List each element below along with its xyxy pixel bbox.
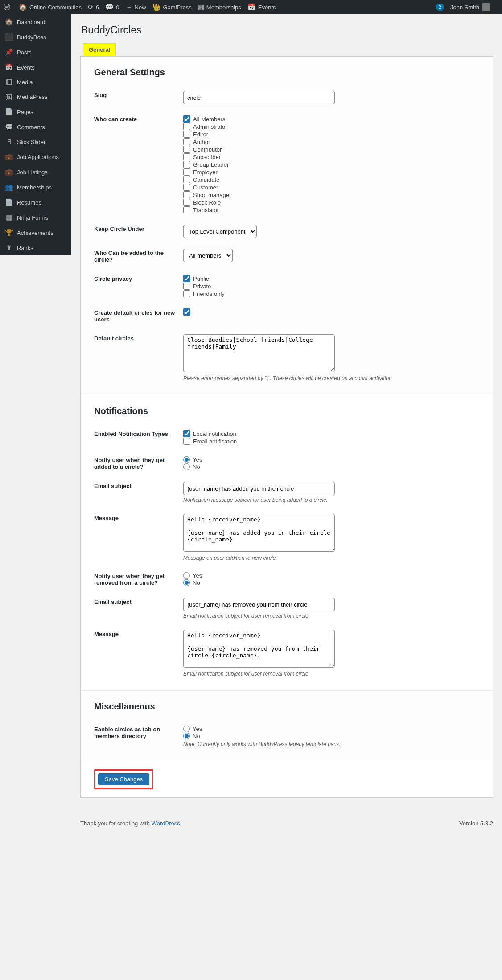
- role-checkbox[interactable]: [183, 206, 190, 213]
- keep-under-select[interactable]: Top Level Component: [183, 225, 257, 238]
- sidebar-item-job-applications[interactable]: 💼Job Applications: [0, 149, 71, 164]
- misc-tab-no[interactable]: [183, 733, 190, 739]
- tab-wrapper: General: [80, 43, 493, 56]
- notify-added-yes[interactable]: [183, 456, 190, 463]
- role-checkbox[interactable]: [183, 138, 190, 145]
- sidebar-item-resumes[interactable]: 📄Resumes: [0, 195, 71, 210]
- menu-label: Media: [17, 79, 33, 86]
- menu-label: Dashboard: [17, 19, 45, 25]
- menu-label: Events: [17, 64, 35, 71]
- message2-desc: Email notification subject for user remo…: [183, 671, 479, 677]
- role-checkbox[interactable]: [183, 115, 190, 123]
- menu-label: BuddyBoss: [17, 34, 46, 41]
- role-label: Candidate: [193, 176, 219, 183]
- privacy-label: Public: [193, 275, 209, 282]
- misc-heading: Miscellaneous: [94, 701, 479, 712]
- memberships-link[interactable]: ▦Memberships: [198, 3, 241, 11]
- menu-label: Comments: [17, 124, 45, 131]
- tab-general[interactable]: General: [83, 43, 116, 56]
- menu-label: MediaPress: [17, 94, 48, 100]
- privacy-checkbox[interactable]: [183, 290, 190, 297]
- sidebar-item-memberships[interactable]: 👥Memberships: [0, 180, 71, 195]
- gamipress-link[interactable]: 👑GamiPress: [152, 3, 192, 11]
- misc-tab-yes[interactable]: [183, 726, 190, 732]
- notif-type-label: Email notification: [193, 438, 237, 445]
- menu-icon: 🎚: [4, 138, 13, 146]
- subject1-input[interactable]: [183, 482, 335, 495]
- sidebar-item-comments[interactable]: 💬Comments: [0, 119, 71, 135]
- role-checkbox[interactable]: [183, 123, 190, 130]
- role-label: Shop manager: [193, 192, 231, 198]
- events-link[interactable]: 📅Events: [247, 3, 276, 11]
- menu-label: Pages: [17, 109, 33, 115]
- notify-removed-yes[interactable]: [183, 572, 190, 579]
- who-added-select[interactable]: All members: [183, 249, 233, 262]
- sidebar-item-pages[interactable]: 📄Pages: [0, 104, 71, 119]
- sidebar-item-ninja-forms[interactable]: ▦Ninja Forms: [0, 210, 71, 225]
- privacy-checkbox[interactable]: [183, 275, 190, 282]
- notif-type-checkbox[interactable]: [183, 438, 190, 445]
- sidebar-item-posts[interactable]: 📌Posts: [0, 45, 71, 60]
- menu-icon: 🖼: [4, 93, 13, 101]
- privacy-checkbox[interactable]: [183, 283, 190, 290]
- admin-menu: 🏠Dashboard⬛BuddyBoss📌Posts📅Events🎞Media🖼…: [0, 14, 71, 255]
- sidebar-item-media[interactable]: 🎞Media: [0, 75, 71, 90]
- sidebar-item-mediapress[interactable]: 🖼MediaPress: [0, 90, 71, 104]
- sidebar-item-buddyboss[interactable]: ⬛BuddyBoss: [0, 29, 71, 45]
- wp-logo[interactable]: ⓦ: [4, 3, 12, 12]
- slug-input[interactable]: [183, 91, 335, 104]
- role-checkbox[interactable]: [183, 161, 190, 168]
- updates-link[interactable]: ⟳6: [88, 3, 99, 11]
- role-label: Administrator: [193, 123, 227, 130]
- user-name: John Smith: [450, 4, 479, 11]
- role-checkbox[interactable]: [183, 153, 190, 160]
- new-link[interactable]: ＋New: [126, 3, 146, 12]
- notif-type-label: Local notification: [193, 431, 236, 437]
- subject2-label: Email subject: [94, 592, 183, 624]
- role-label: Translator: [193, 207, 219, 213]
- role-checkbox[interactable]: [183, 146, 190, 153]
- subject2-input[interactable]: [183, 598, 335, 611]
- notify-removed-no[interactable]: [183, 579, 190, 586]
- save-button[interactable]: Save Changes: [98, 773, 149, 785]
- role-checkbox[interactable]: [183, 168, 190, 176]
- notify-added-no[interactable]: [183, 463, 190, 470]
- notif-type-checkbox[interactable]: [183, 430, 190, 437]
- sidebar-item-dashboard[interactable]: 🏠Dashboard: [0, 14, 71, 29]
- sidebar-item-events[interactable]: 📅Events: [0, 60, 71, 75]
- default-circles-textarea[interactable]: [183, 334, 335, 372]
- sidebar-item-job-listings[interactable]: 💼Job Listings: [0, 164, 71, 180]
- sidebar-item-ranks[interactable]: ⬆Ranks: [0, 240, 71, 255]
- notifications-link[interactable]: 2: [434, 4, 444, 11]
- privacy-label: Friends only: [193, 291, 225, 297]
- wordpress-link[interactable]: WordPress: [152, 820, 180, 827]
- menu-icon: 📄: [4, 198, 13, 206]
- menu-icon: 💼: [4, 168, 13, 176]
- create-default-checkbox[interactable]: [183, 308, 190, 316]
- sidebar-item-achievements[interactable]: 🏆Achievements: [0, 225, 71, 240]
- slug-label: Slug: [94, 86, 183, 110]
- site-link[interactable]: 🏠Online Communities: [19, 3, 82, 11]
- comments-link[interactable]: 💬0: [105, 3, 119, 11]
- message1-textarea[interactable]: [183, 514, 335, 552]
- role-checkbox[interactable]: [183, 199, 190, 206]
- message2-textarea[interactable]: [183, 630, 335, 668]
- role-checkbox[interactable]: [183, 191, 190, 198]
- site-name: Online Communities: [29, 4, 82, 11]
- notify-removed-label: Notify user when they get removed from a…: [94, 566, 183, 592]
- menu-label: Memberships: [17, 184, 52, 191]
- role-checkbox[interactable]: [183, 184, 190, 191]
- avatar-icon: [482, 3, 490, 11]
- menu-icon: ▦: [4, 213, 13, 221]
- role-checkbox[interactable]: [183, 176, 190, 183]
- message2-label: Message: [94, 624, 183, 682]
- message1-desc: Message on user addition to new circle.: [183, 555, 479, 561]
- who-create-label: Who can create: [94, 110, 183, 219]
- subject1-label: Email subject: [94, 476, 183, 508]
- sidebar-item-slick-slider[interactable]: 🎚Slick Slider: [0, 135, 71, 149]
- menu-icon: 👥: [4, 183, 13, 191]
- user-menu[interactable]: John Smith: [450, 3, 492, 11]
- menu-icon: 💼: [4, 153, 13, 161]
- role-label: Subscriber: [193, 154, 221, 160]
- role-checkbox[interactable]: [183, 131, 190, 138]
